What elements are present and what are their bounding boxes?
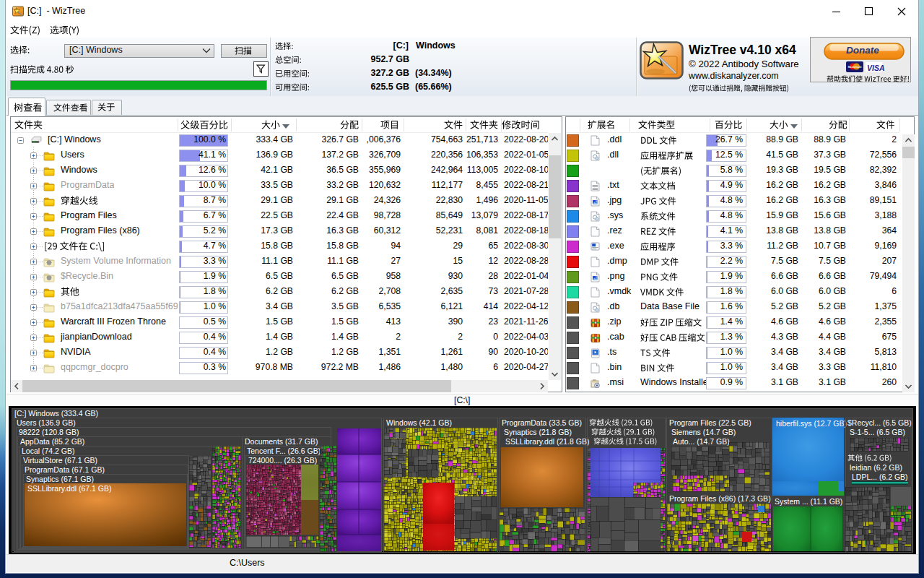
svg-text:Siemens (14.7 GB): Siemens (14.7 GB) — [671, 428, 736, 436]
svg-text:SSLLibrary.ddl (21.8 GB): SSLLibrary.ddl (21.8 GB) — [505, 437, 590, 446]
svg-text:VirtualStore (67.1 GB): VirtualStore (67.1 GB) — [23, 456, 97, 465]
svg-text:hiberfil.sys (12.7 GB): hiberfil.sys (12.7 GB) — [776, 419, 847, 428]
svg-text:Windows (42.1 GB): Windows (42.1 GB) — [386, 418, 452, 427]
svg-text:724000.... (26.3 GB): 724000.... (26.3 GB) — [248, 456, 317, 465]
svg-text:[C:] Windows (333.4 GB): [C:] Windows (333.4 GB) — [14, 409, 98, 418]
svg-text:leidian (6.2 GB): leidian (6.2 GB) — [850, 463, 902, 472]
svg-text:Users (136.9 GB): Users (136.9 GB) — [17, 418, 76, 427]
svg-text:Tencent F... (26.6 GB): Tencent F... (26.6 GB) — [247, 447, 321, 455]
svg-text:Auto... (14.7 GB): Auto... (14.7 GB) — [673, 437, 730, 446]
svg-text:AppData (85.2 GB): AppData (85.2 GB) — [20, 437, 84, 446]
svg-text:SSLLibrary.ddl (67.1 GB): SSLLibrary.ddl (67.1 GB) — [27, 484, 112, 493]
svg-text:ProgramData (67.1 GB): ProgramData (67.1 GB) — [25, 465, 105, 474]
svg-text:Program Files (x86) (17.3 GB): Program Files (x86) (17.3 GB) — [669, 494, 771, 503]
svg-text:Documents (31.7 GB): Documents (31.7 GB) — [245, 437, 318, 446]
svg-text:S-1-5... (6.5 GB): S-1-5... (6.5 GB) — [850, 428, 905, 436]
svg-text:MasterCard: MasterCard — [848, 66, 862, 69]
svg-text:98222 (120.8 GB): 98222 (120.8 GB) — [19, 428, 79, 436]
svg-text:$Recycl... (6.5 GB): $Recycl... (6.5 GB) — [847, 418, 912, 427]
svg-text:LDPL... (6.2 GB): LDPL... (6.2 GB) — [852, 473, 908, 481]
svg-text:Synaptics (21.8 GB): Synaptics (21.8 GB) — [504, 428, 572, 436]
svg-text:System ... (11.1 GB): System ... (11.1 GB) — [775, 497, 842, 506]
svg-text:Program Files (22.5 GB): Program Files (22.5 GB) — [669, 418, 751, 427]
svg-text:ProgramData (33.5 GB): ProgramData (33.5 GB) — [502, 418, 582, 427]
svg-text:Local (74.2 GB): Local (74.2 GB) — [22, 447, 75, 455]
svg-text:Synaptics (67.1 GB): Synaptics (67.1 GB) — [26, 475, 94, 483]
